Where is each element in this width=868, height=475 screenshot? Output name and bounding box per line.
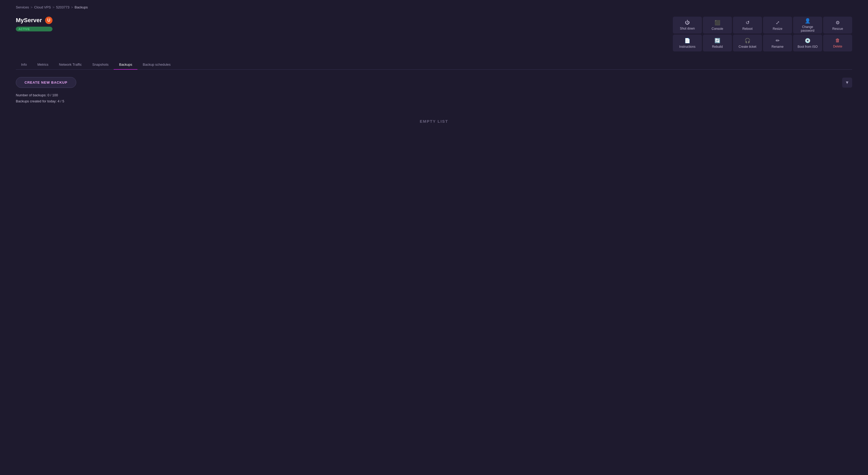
breadcrumb-sep-1: > bbox=[31, 5, 33, 9]
rescue-icon: ⚙ bbox=[836, 20, 840, 26]
reboot-label: Reboot bbox=[742, 27, 753, 31]
breadcrumb: Services > Cloud VPS > 5203773 > Backups bbox=[16, 5, 852, 9]
create-ticket-icon: 🎧 bbox=[745, 38, 750, 43]
shutdown-icon: ⏻ bbox=[685, 20, 690, 25]
instructions-button[interactable]: 📄 Instructions bbox=[673, 35, 702, 52]
top-bar: CREATE NEW BACKUP ▼ bbox=[16, 77, 852, 88]
rebuild-button[interactable]: 🔄 Rebuild bbox=[703, 35, 732, 52]
tab-info[interactable]: Info bbox=[16, 60, 32, 70]
status-badge: ACTIVE bbox=[16, 27, 53, 31]
tab-metrics[interactable]: Metrics bbox=[32, 60, 54, 70]
breadcrumb-cloud-vps[interactable]: Cloud VPS bbox=[34, 5, 51, 9]
header-row: MyServer U ACTIVE ⏻ Shut down ⬛ Console … bbox=[16, 17, 852, 52]
breadcrumb-sep-3: > bbox=[71, 5, 73, 9]
reboot-button[interactable]: ↺ Reboot bbox=[733, 17, 762, 33]
instructions-icon: 📄 bbox=[684, 38, 690, 43]
tab-backup-schedules[interactable]: Backup schedules bbox=[137, 60, 176, 70]
delete-icon: 🗑 bbox=[835, 38, 840, 43]
create-ticket-button[interactable]: 🎧 Create ticket bbox=[733, 35, 762, 52]
breadcrumb-server-id[interactable]: 5203773 bbox=[56, 5, 70, 9]
console-icon: ⬛ bbox=[714, 20, 720, 26]
delete-label: Delete bbox=[833, 44, 842, 48]
backup-count: Number of backups: 0 / 100 bbox=[16, 93, 852, 97]
rescue-button[interactable]: ⚙ Rescue bbox=[823, 17, 852, 33]
os-icon: U bbox=[45, 17, 53, 24]
rebuild-icon: 🔄 bbox=[714, 38, 720, 43]
breadcrumb-current: Backups bbox=[75, 5, 88, 9]
server-name-row: MyServer U bbox=[16, 17, 53, 24]
content-area: CREATE NEW BACKUP ▼ Number of backups: 0… bbox=[16, 77, 852, 123]
breadcrumb-services[interactable]: Services bbox=[16, 5, 29, 9]
server-info: MyServer U ACTIVE bbox=[16, 17, 53, 31]
change-password-label: Change password bbox=[795, 25, 820, 32]
server-name: MyServer bbox=[16, 17, 42, 24]
action-buttons-grid: ⏻ Shut down ⬛ Console ↺ Reboot ⤢ Resize … bbox=[673, 17, 852, 52]
change-password-icon: 👤 bbox=[805, 18, 810, 24]
nav-tabs: Info Metrics Network Traffic Snapshots B… bbox=[16, 60, 852, 70]
console-button[interactable]: ⬛ Console bbox=[703, 17, 732, 33]
tab-network-traffic[interactable]: Network Traffic bbox=[54, 60, 87, 70]
reboot-icon: ↺ bbox=[746, 20, 750, 26]
tab-backups[interactable]: Backups bbox=[114, 60, 137, 70]
backup-today: Backups created for today: 4 / 5 bbox=[16, 99, 852, 103]
rescue-label: Rescue bbox=[832, 27, 843, 31]
filter-button[interactable]: ▼ bbox=[842, 78, 852, 88]
instructions-label: Instructions bbox=[679, 45, 695, 49]
tab-snapshots[interactable]: Snapshots bbox=[87, 60, 114, 70]
resize-button[interactable]: ⤢ Resize bbox=[763, 17, 792, 33]
backup-stats: Number of backups: 0 / 100 Backups creat… bbox=[16, 93, 852, 103]
console-label: Console bbox=[712, 27, 723, 31]
rename-label: Rename bbox=[772, 45, 783, 49]
resize-label: Resize bbox=[773, 27, 782, 31]
delete-button[interactable]: 🗑 Delete bbox=[823, 35, 852, 52]
create-new-backup-button[interactable]: CREATE NEW BACKUP bbox=[16, 77, 76, 88]
change-password-button[interactable]: 👤 Change password bbox=[793, 17, 822, 33]
breadcrumb-sep-2: > bbox=[53, 5, 55, 9]
create-ticket-label: Create ticket bbox=[739, 45, 756, 49]
empty-list-label: EMPTY LIST bbox=[16, 119, 852, 123]
filter-icon: ▼ bbox=[845, 80, 849, 85]
rebuild-label: Rebuild bbox=[712, 45, 723, 49]
resize-icon: ⤢ bbox=[776, 20, 780, 26]
boot-from-iso-icon: 💿 bbox=[805, 38, 810, 43]
boot-from-iso-button[interactable]: 💿 Boot from ISO bbox=[793, 35, 822, 52]
shutdown-label: Shut down bbox=[680, 27, 695, 30]
boot-from-iso-label: Boot from ISO bbox=[798, 45, 817, 49]
rename-button[interactable]: ✏ Rename bbox=[763, 35, 792, 52]
shutdown-button[interactable]: ⏻ Shut down bbox=[673, 17, 702, 33]
rename-icon: ✏ bbox=[776, 38, 780, 43]
